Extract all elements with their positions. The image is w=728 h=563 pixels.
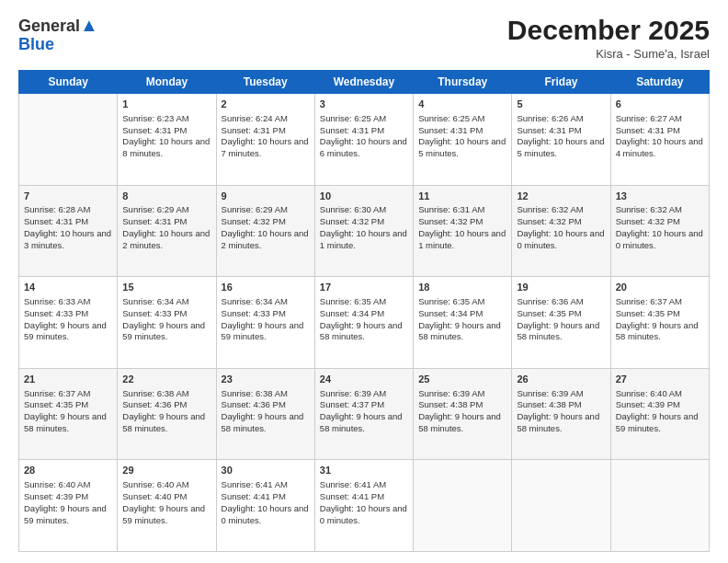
calendar-header-row: SundayMondayTuesdayWednesdayThursdayFrid… <box>19 71 710 94</box>
day-info: Daylight: 9 hours and 58 minutes. <box>320 320 408 344</box>
day-number: 11 <box>418 190 506 203</box>
calendar-cell: 14Sunrise: 6:33 AMSunset: 4:33 PMDayligh… <box>19 277 118 369</box>
day-info: Sunset: 4:36 PM <box>122 399 210 411</box>
day-number: 15 <box>122 281 210 294</box>
calendar-week-row: 28Sunrise: 6:40 AMSunset: 4:39 PMDayligh… <box>19 460 710 552</box>
calendar-cell: 24Sunrise: 6:39 AMSunset: 4:37 PMDayligh… <box>314 368 413 460</box>
day-info: Daylight: 10 hours and 7 minutes. <box>222 136 310 160</box>
day-info: Sunrise: 6:28 AM <box>24 204 112 216</box>
day-info: Sunset: 4:31 PM <box>517 125 605 137</box>
day-info: Sunset: 4:34 PM <box>320 308 408 320</box>
day-info: Sunrise: 6:34 AM <box>122 296 210 308</box>
day-info: Sunrise: 6:34 AM <box>222 296 310 308</box>
day-info: Sunset: 4:39 PM <box>24 491 112 503</box>
calendar-cell: 6Sunrise: 6:27 AMSunset: 4:31 PMDaylight… <box>610 94 709 186</box>
day-number: 31 <box>320 464 408 477</box>
day-number: 13 <box>616 190 704 203</box>
day-info: Sunset: 4:38 PM <box>517 399 605 411</box>
calendar-cell: 2Sunrise: 6:24 AMSunset: 4:31 PMDaylight… <box>216 94 314 186</box>
calendar-cell: 20Sunrise: 6:37 AMSunset: 4:35 PMDayligh… <box>610 277 709 369</box>
day-info: Daylight: 9 hours and 59 minutes. <box>122 503 210 527</box>
day-info: Daylight: 9 hours and 59 minutes. <box>616 411 704 435</box>
calendar-cell: 3Sunrise: 6:25 AMSunset: 4:31 PMDaylight… <box>314 94 413 186</box>
calendar-cell: 23Sunrise: 6:38 AMSunset: 4:36 PMDayligh… <box>216 368 314 460</box>
day-info: Sunrise: 6:35 AM <box>418 296 506 308</box>
calendar-cell: 29Sunrise: 6:40 AMSunset: 4:40 PMDayligh… <box>118 460 216 552</box>
day-info: Sunset: 4:33 PM <box>122 308 210 320</box>
day-info: Sunset: 4:34 PM <box>418 308 506 320</box>
calendar-cell: 27Sunrise: 6:40 AMSunset: 4:39 PMDayligh… <box>610 368 709 460</box>
calendar-cell <box>19 94 118 186</box>
day-info: Sunrise: 6:37 AM <box>24 388 112 400</box>
day-info: Daylight: 10 hours and 0 minutes. <box>222 503 310 527</box>
day-number: 12 <box>517 190 605 203</box>
logo: General▲ Blue <box>18 15 98 54</box>
calendar-cell <box>512 460 610 552</box>
title-block: December 2025 Kisra - Sume'a, Israel <box>507 15 710 61</box>
col-header-thursday: Thursday <box>414 71 512 94</box>
day-info: Sunrise: 6:41 AM <box>320 479 408 491</box>
calendar-cell <box>414 460 512 552</box>
day-info: Sunset: 4:39 PM <box>616 399 704 411</box>
day-number: 20 <box>616 281 704 294</box>
day-info: Sunrise: 6:24 AM <box>222 113 310 125</box>
day-info: Sunset: 4:31 PM <box>222 125 310 137</box>
day-info: Daylight: 9 hours and 58 minutes. <box>122 411 210 435</box>
day-info: Sunrise: 6:26 AM <box>517 113 605 125</box>
col-header-friday: Friday <box>512 71 610 94</box>
day-number: 23 <box>222 373 310 386</box>
day-info: Daylight: 10 hours and 1 minute. <box>320 228 408 252</box>
day-number: 4 <box>418 98 506 111</box>
day-number: 3 <box>320 98 408 111</box>
calendar-cell: 17Sunrise: 6:35 AMSunset: 4:34 PMDayligh… <box>314 277 413 369</box>
day-info: Daylight: 9 hours and 59 minutes. <box>24 320 112 344</box>
day-info: Sunrise: 6:35 AM <box>320 296 408 308</box>
col-header-saturday: Saturday <box>610 71 709 94</box>
day-number: 25 <box>418 373 506 386</box>
day-info: Daylight: 9 hours and 59 minutes. <box>122 320 210 344</box>
day-info: Daylight: 10 hours and 5 minutes. <box>517 136 605 160</box>
day-info: Sunrise: 6:37 AM <box>616 296 704 308</box>
day-info: Sunset: 4:32 PM <box>222 216 310 228</box>
location: Kisra - Sume'a, Israel <box>507 47 710 61</box>
calendar-cell: 16Sunrise: 6:34 AMSunset: 4:33 PMDayligh… <box>216 277 314 369</box>
calendar-week-row: 14Sunrise: 6:33 AMSunset: 4:33 PMDayligh… <box>19 277 710 369</box>
page: General▲ Blue December 2025 Kisra - Sume… <box>0 0 728 563</box>
day-info: Daylight: 10 hours and 4 minutes. <box>616 136 704 160</box>
calendar-cell: 11Sunrise: 6:31 AMSunset: 4:32 PMDayligh… <box>414 185 512 277</box>
calendar-cell: 7Sunrise: 6:28 AMSunset: 4:31 PMDaylight… <box>19 185 118 277</box>
logo-icon: ▲ <box>80 15 98 35</box>
day-info: Sunset: 4:36 PM <box>222 399 310 411</box>
header: General▲ Blue December 2025 Kisra - Sume… <box>18 15 710 61</box>
calendar-cell: 26Sunrise: 6:39 AMSunset: 4:38 PMDayligh… <box>512 368 610 460</box>
day-info: Sunrise: 6:41 AM <box>222 479 310 491</box>
day-number: 1 <box>122 98 210 111</box>
day-info: Sunrise: 6:38 AM <box>122 388 210 400</box>
day-number: 21 <box>24 373 112 386</box>
day-info: Daylight: 10 hours and 1 minute. <box>418 228 506 252</box>
col-header-wednesday: Wednesday <box>314 71 413 94</box>
day-info: Daylight: 9 hours and 58 minutes. <box>517 411 605 435</box>
day-info: Sunset: 4:41 PM <box>320 491 408 503</box>
day-number: 28 <box>24 464 112 477</box>
day-info: Sunset: 4:32 PM <box>418 216 506 228</box>
calendar-cell: 1Sunrise: 6:23 AMSunset: 4:31 PMDaylight… <box>118 94 216 186</box>
day-info: Sunrise: 6:36 AM <box>517 296 605 308</box>
calendar-cell <box>610 460 709 552</box>
logo-blue-text: Blue <box>18 35 54 53</box>
day-number: 24 <box>320 373 408 386</box>
calendar-week-row: 1Sunrise: 6:23 AMSunset: 4:31 PMDaylight… <box>19 94 710 186</box>
col-header-sunday: Sunday <box>19 71 118 94</box>
day-info: Sunrise: 6:40 AM <box>616 388 704 400</box>
calendar-cell: 4Sunrise: 6:25 AMSunset: 4:31 PMDaylight… <box>414 94 512 186</box>
day-info: Sunrise: 6:40 AM <box>122 479 210 491</box>
day-info: Sunset: 4:31 PM <box>320 125 408 137</box>
day-info: Sunrise: 6:39 AM <box>418 388 506 400</box>
day-info: Sunrise: 6:25 AM <box>418 113 506 125</box>
calendar-cell: 25Sunrise: 6:39 AMSunset: 4:38 PMDayligh… <box>414 368 512 460</box>
calendar-cell: 30Sunrise: 6:41 AMSunset: 4:41 PMDayligh… <box>216 460 314 552</box>
calendar-cell: 31Sunrise: 6:41 AMSunset: 4:41 PMDayligh… <box>314 460 413 552</box>
day-number: 10 <box>320 190 408 203</box>
calendar-week-row: 21Sunrise: 6:37 AMSunset: 4:35 PMDayligh… <box>19 368 710 460</box>
day-number: 30 <box>222 464 310 477</box>
